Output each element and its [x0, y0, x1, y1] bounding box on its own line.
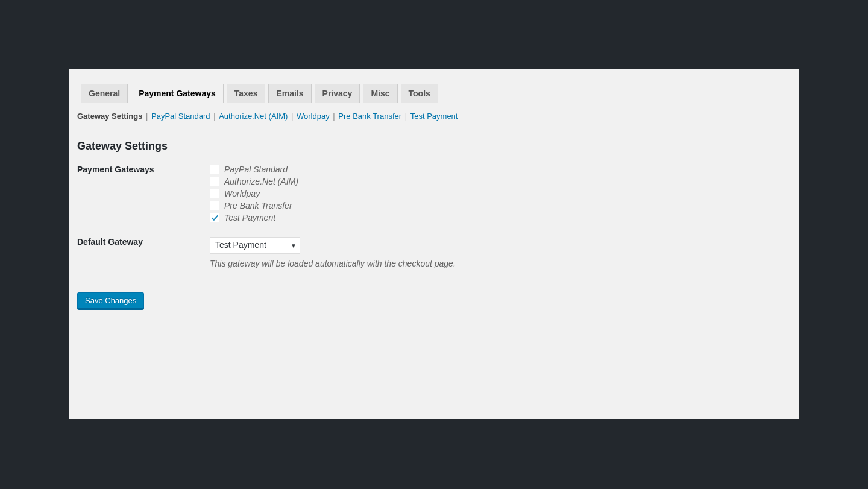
tab-taxes[interactable]: Taxes	[227, 84, 266, 103]
section-heading: Gateway Settings	[77, 140, 791, 153]
separator: |	[146, 112, 150, 121]
gateways-field-label: Payment Gateways	[77, 165, 210, 174]
separator: |	[405, 112, 409, 121]
checkbox-label: Test Payment	[224, 213, 275, 222]
checkbox-label: Authorize.Net (AIM)	[224, 177, 298, 186]
checkbox-paypal-standard[interactable]	[210, 165, 219, 174]
checkbox-test-payment[interactable]	[210, 213, 219, 222]
subnav-gateway-settings[interactable]: Gateway Settings	[77, 112, 142, 121]
tab-emails[interactable]: Emails	[268, 84, 311, 103]
default-gateway-description: This gateway will be loaded automaticall…	[210, 259, 791, 268]
checkbox-label: PayPal Standard	[224, 165, 288, 174]
subnav-test-payment[interactable]: Test Payment	[410, 112, 458, 121]
checkbox-label: Pre Bank Transfer	[224, 201, 292, 210]
save-changes-button[interactable]: Save Changes	[77, 292, 144, 309]
subnav: Gateway Settings | PayPal Standard | Aut…	[77, 103, 791, 121]
separator: |	[291, 112, 295, 121]
nav-tabs: General Payment Gateways Taxes Emails Pr…	[69, 69, 799, 103]
settings-panel: General Payment Gateways Taxes Emails Pr…	[69, 69, 799, 419]
tab-tools[interactable]: Tools	[401, 84, 438, 103]
tab-privacy[interactable]: Privacy	[315, 84, 360, 103]
checkbox-label: Worldpay	[224, 189, 260, 198]
separator: |	[333, 112, 337, 121]
default-gateway-select[interactable]: Test Payment ▼	[210, 237, 300, 254]
checkbox-authorize-net[interactable]	[210, 177, 219, 186]
checkbox-pre-bank-transfer[interactable]	[210, 201, 219, 210]
default-gateway-field-label: Default Gateway	[77, 237, 210, 247]
subnav-worldpay[interactable]: Worldpay	[297, 112, 330, 121]
subnav-authorize-net[interactable]: Authorize.Net (AIM)	[219, 112, 288, 121]
tab-payment-gateways[interactable]: Payment Gateways	[131, 84, 224, 103]
subnav-paypal-standard[interactable]: PayPal Standard	[151, 112, 210, 121]
select-value: Test Payment	[210, 237, 300, 254]
tab-misc[interactable]: Misc	[363, 84, 397, 103]
tab-general[interactable]: General	[81, 84, 128, 103]
subnav-pre-bank-transfer[interactable]: Pre Bank Transfer	[338, 112, 401, 121]
form-table: Payment Gateways PayPal Standard Authori…	[77, 165, 791, 268]
separator: |	[213, 112, 218, 121]
checkbox-worldpay[interactable]	[210, 189, 219, 198]
